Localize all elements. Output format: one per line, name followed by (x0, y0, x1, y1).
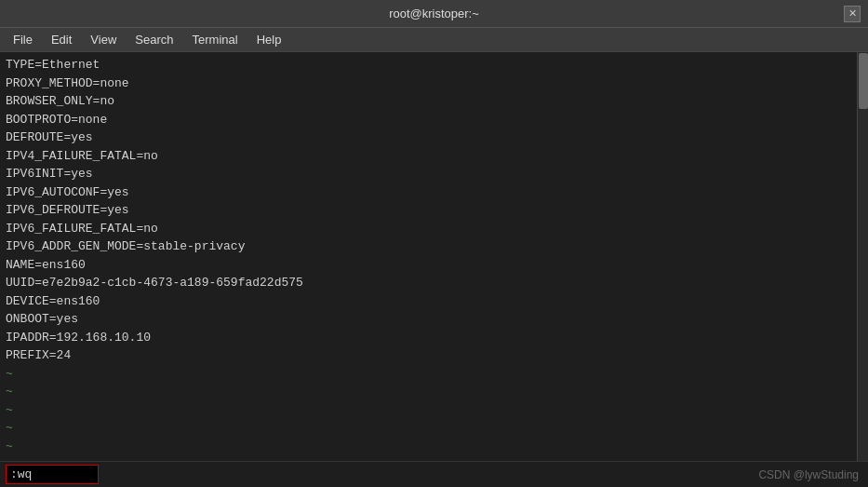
menu-help[interactable]: Help (247, 31, 291, 48)
terminal-line: PROXY_METHOD=none (6, 74, 851, 93)
terminal-line: ONBOOT=yes (6, 310, 851, 329)
tilde-line: ~ (6, 383, 851, 401)
command-input[interactable] (6, 465, 99, 484)
watermark: CSDN @lywStuding (758, 468, 859, 481)
terminal-line: IPV6_DEFROUTE=yes (6, 201, 851, 220)
menu-edit[interactable]: Edit (42, 31, 81, 48)
scrollbar[interactable] (857, 52, 868, 461)
tilde-line: ~ (6, 419, 851, 438)
tilde-line: ~ (6, 401, 851, 420)
terminal-line: BOOTPROTO=none (6, 111, 851, 129)
terminal-line: BROWSER_ONLY=no (6, 92, 851, 111)
terminal-content[interactable]: TYPE=Ethernet PROXY_METHOD=none BROWSER_… (0, 52, 857, 461)
main-area: TYPE=Ethernet PROXY_METHOD=none BROWSER_… (0, 52, 868, 461)
terminal-line: UUID=e7e2b9a2-c1cb-4673-a189-659fad22d57… (6, 274, 851, 292)
menu-search[interactable]: Search (126, 31, 182, 48)
terminal-line: IPV6INIT=yes (6, 165, 851, 183)
terminal-line: DEFROUTE=yes (6, 129, 851, 147)
menu-bar: File Edit View Search Terminal Help (0, 28, 868, 52)
window-title: root@kristoper:~ (389, 7, 479, 20)
menu-terminal[interactable]: Terminal (183, 31, 247, 48)
close-button[interactable]: ✕ (844, 6, 861, 22)
tilde-line: ~ (6, 365, 851, 384)
terminal-line: IPV4_FAILURE_FATAL=no (6, 147, 851, 166)
terminal-line: IPV6_ADDR_GEN_MODE=stable-privacy (6, 237, 851, 256)
terminal-line: IPV6_FAILURE_FATAL=no (6, 220, 851, 238)
terminal-line: IPV6_AUTOCONF=yes (6, 183, 851, 202)
title-bar: root@kristoper:~ ✕ (0, 0, 868, 28)
scrollbar-thumb[interactable] (859, 53, 868, 109)
menu-view[interactable]: View (81, 31, 126, 48)
terminal-line: IPADDR=192.168.10.10 (6, 329, 851, 347)
terminal-line: PREFIX=24 (6, 346, 851, 365)
terminal-line: NAME=ens160 (6, 256, 851, 275)
terminal-line: DEVICE=ens160 (6, 292, 851, 311)
status-bar: CSDN @lywStuding (0, 461, 868, 487)
tilde-line: ~ (6, 438, 851, 456)
menu-file[interactable]: File (4, 31, 42, 48)
terminal-line: TYPE=Ethernet (6, 56, 851, 74)
